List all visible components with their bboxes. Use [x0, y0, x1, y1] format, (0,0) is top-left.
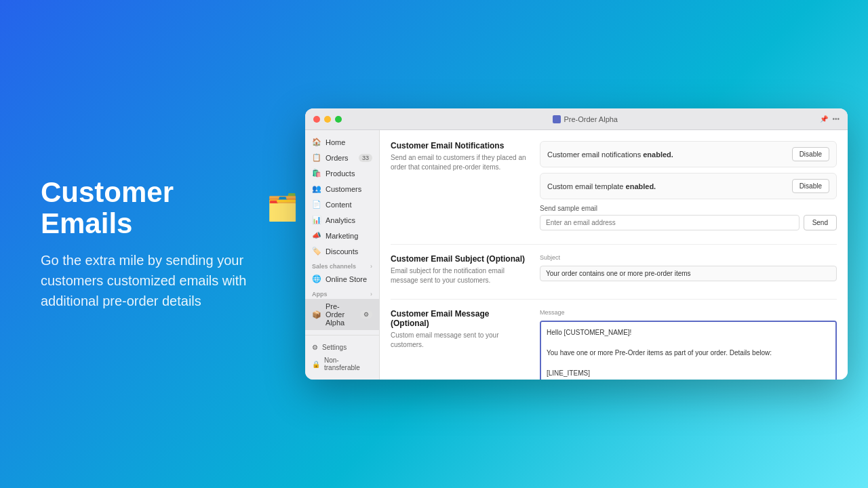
- disable-button-1[interactable]: Disable: [792, 147, 829, 161]
- sidebar-item-content-label: Content: [326, 201, 352, 209]
- subject-desc: Customer Email Subject (Optional) Email …: [391, 254, 526, 285]
- maximize-button[interactable]: [335, 116, 342, 123]
- message-controls: Message Hello [CUSTOMER_NAME]! You have …: [540, 309, 837, 380]
- notifications-controls: Customer email notifications enabled. Di…: [540, 141, 837, 230]
- sidebar-item-preorder[interactable]: 📦 Pre-Order Alpha ⚙: [305, 299, 379, 330]
- app-content: 🏠 Home 📋 Orders 33 🛍️ Products 👥 C: [305, 130, 848, 380]
- marketing-icon: 📣: [312, 231, 321, 240]
- status-text-1-pre: Customer email notifications: [547, 150, 643, 159]
- sidebar-bottom: ⚙ Settings 🔒 Non-transferable: [305, 335, 379, 380]
- message-title: Customer Email Message (Optional): [391, 309, 526, 328]
- window-title: Pre-Order Alpha: [350, 115, 820, 123]
- sidebar-item-online-store[interactable]: 🌐 Online Store: [305, 271, 379, 287]
- subject-subtitle: Email subject for the notification email…: [391, 266, 526, 285]
- divider-1: [391, 244, 837, 245]
- sales-channels-section: Sales channels ›: [305, 259, 379, 271]
- send-button[interactable]: Send: [804, 215, 837, 230]
- subject-input[interactable]: [540, 266, 837, 281]
- sales-channels-arrow: ›: [370, 263, 372, 270]
- window-title-text: Pre-Order Alpha: [564, 115, 618, 123]
- send-email-input[interactable]: [540, 215, 800, 230]
- message-desc: Customer Email Message (Optional) Custom…: [391, 309, 526, 350]
- title-bar-actions: 📌 •••: [820, 115, 840, 123]
- app-window: Pre-Order Alpha 📌 ••• 🏠 Home 📋 Orders: [305, 108, 848, 380]
- sales-channels-label: Sales channels: [312, 263, 356, 270]
- message-subtitle: Custom email message sent to your custom…: [391, 331, 526, 350]
- sidebar-item-marketing-label: Marketing: [326, 232, 358, 240]
- online-store-icon: 🌐: [312, 274, 321, 283]
- content-icon: 📄: [312, 200, 321, 209]
- send-input-row: Send: [540, 215, 837, 230]
- message-textarea[interactable]: Hello [CUSTOMER_NAME]! You have one or m…: [540, 321, 837, 380]
- orders-icon: 📋: [312, 153, 321, 162]
- scene: Customer Emails 🗂️ Go the extra mile by …: [0, 0, 868, 488]
- main-panel: Customer Email Notifications Send an ema…: [380, 130, 848, 380]
- sidebar-item-home-label: Home: [326, 138, 345, 146]
- subject-section: Customer Email Subject (Optional) Email …: [391, 254, 837, 285]
- apps-section: Apps ›: [305, 287, 379, 299]
- headline: Customer Emails 🗂️: [41, 177, 298, 239]
- divider-2: [391, 299, 837, 300]
- apps-arrow: ›: [370, 291, 372, 298]
- close-button[interactable]: [313, 116, 320, 123]
- sidebar-item-discounts-label: Discounts: [326, 247, 358, 256]
- message-section: Customer Email Message (Optional) Custom…: [391, 309, 837, 380]
- lock-icon: 🔒: [312, 361, 320, 368]
- disable-button-2[interactable]: Disable: [792, 179, 829, 193]
- sidebar-item-discounts[interactable]: 🏷️ Discounts: [305, 243, 379, 259]
- orders-badge: 33: [359, 154, 372, 162]
- sidebar-item-home[interactable]: 🏠 Home: [305, 134, 379, 150]
- message-row: Customer Email Message (Optional) Custom…: [391, 309, 837, 380]
- description-text: Go the extra mile by sending your custom…: [41, 250, 298, 311]
- subject-label: Subject: [540, 254, 837, 261]
- sidebar-item-orders[interactable]: 📋 Orders 33: [305, 150, 379, 165]
- notifications-subtitle: Send an email to customers if they place…: [391, 153, 526, 172]
- subject-controls: Subject: [540, 254, 837, 281]
- analytics-icon: 📊: [312, 216, 321, 224]
- sidebar-item-analytics-label: Analytics: [326, 216, 355, 224]
- apps-label: Apps: [312, 291, 328, 298]
- notifications-desc: Customer Email Notifications Send an ema…: [391, 141, 526, 172]
- non-transferable-item[interactable]: 🔒 Non-transferable: [305, 354, 379, 374]
- settings-item[interactable]: ⚙ Settings: [305, 341, 379, 354]
- notifications-title: Customer Email Notifications: [391, 141, 526, 150]
- headline-text: Customer Emails: [41, 177, 260, 239]
- preorder-icon: 📦: [312, 310, 321, 319]
- settings-icon: ⚙: [312, 344, 318, 351]
- left-panel: Customer Emails 🗂️ Go the extra mile by …: [41, 177, 298, 311]
- minimize-button[interactable]: [324, 116, 331, 123]
- status-text-2-bold: enabled.: [626, 182, 656, 190]
- home-icon: 🏠: [312, 138, 321, 146]
- window-controls: [313, 116, 342, 123]
- app-icon: [553, 115, 561, 123]
- sidebar-item-customers-label: Customers: [326, 185, 361, 193]
- send-label: Send sample email: [540, 205, 837, 212]
- status-text-2: Custom email template enabled.: [547, 182, 656, 190]
- notifications-row: Customer Email Notifications Send an ema…: [391, 141, 837, 230]
- customers-icon: 👥: [312, 184, 321, 193]
- subject-title: Customer Email Subject (Optional): [391, 254, 526, 264]
- sidebar-item-analytics[interactable]: 📊 Analytics: [305, 212, 379, 228]
- notifications-section: Customer Email Notifications Send an ema…: [391, 141, 837, 230]
- discounts-icon: 🏷️: [312, 247, 321, 256]
- sidebar-item-products-label: Products: [326, 169, 355, 178]
- more-icon[interactable]: •••: [832, 115, 840, 123]
- send-email-row: Send sample email Send: [540, 205, 837, 230]
- pin-icon[interactable]: 📌: [820, 115, 828, 123]
- sidebar-item-customers[interactable]: 👥 Customers: [305, 181, 379, 197]
- sidebar-item-marketing[interactable]: 📣 Marketing: [305, 228, 379, 243]
- settings-label: Settings: [322, 344, 347, 351]
- sidebar-nav: 🏠 Home 📋 Orders 33 🛍️ Products 👥 C: [305, 130, 379, 335]
- subject-row: Customer Email Subject (Optional) Email …: [391, 254, 837, 285]
- sidebar-item-content[interactable]: 📄 Content: [305, 197, 379, 212]
- products-icon: 🛍️: [312, 169, 321, 178]
- status-text-2-pre: Custom email template: [547, 182, 626, 190]
- sidebar: 🏠 Home 📋 Orders 33 🛍️ Products 👥 C: [305, 130, 380, 380]
- sidebar-item-preorder-label: Pre-Order Alpha: [326, 302, 356, 327]
- sidebar-item-products[interactable]: 🛍️ Products: [305, 165, 379, 181]
- status-text-1: Customer email notifications enabled.: [547, 150, 673, 159]
- sidebar-item-online-store-label: Online Store: [326, 275, 367, 283]
- status-text-1-bold: enabled.: [643, 150, 673, 159]
- non-transferable-label: Non-transferable: [324, 357, 372, 371]
- status-row-2: Custom email template enabled. Disable: [540, 173, 837, 199]
